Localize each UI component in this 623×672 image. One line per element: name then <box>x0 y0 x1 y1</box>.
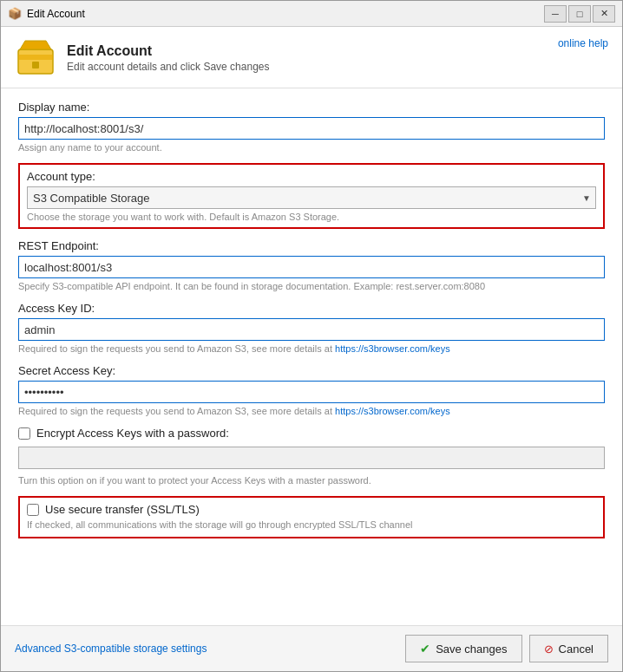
display-name-hint: Assign any name to your account. <box>18 142 605 153</box>
account-type-select[interactable]: S3 Compatible Storage Amazon S3 Storage … <box>27 186 596 209</box>
access-key-input[interactable] <box>18 318 605 341</box>
cancel-button[interactable]: ⊘ Cancel <box>529 635 608 662</box>
rest-endpoint-hint: Specify S3-compatible API endpoint. It c… <box>18 281 605 291</box>
ssl-group: Use secure transfer (SSL/TLS) If checked… <box>18 496 605 538</box>
close-button[interactable]: ✕ <box>593 5 615 23</box>
encrypt-hint: Turn this option on if you want to prote… <box>18 475 605 486</box>
footer-buttons: ✔ Save changes ⊘ Cancel <box>405 635 608 662</box>
save-changes-button[interactable]: ✔ Save changes <box>405 635 521 662</box>
rest-endpoint-input[interactable] <box>18 256 605 278</box>
encrypt-password-input[interactable] <box>18 447 605 469</box>
ssl-label: Use secure transfer (SSL/TLS) <box>45 503 200 516</box>
access-key-label: Access Key ID: <box>18 302 605 315</box>
encrypt-checkbox-group: Encrypt Access Keys with a password: <box>18 427 605 440</box>
secret-key-label: Secret Access Key: <box>18 364 605 377</box>
save-check-icon: ✔ <box>420 642 430 656</box>
window-content: Edit Account Edit account details and cl… <box>1 27 622 671</box>
account-icon <box>15 37 56 79</box>
edit-account-window: 📦 Edit Account ─ □ ✕ Edit Account Edit a… <box>0 0 623 672</box>
header: Edit Account Edit account details and cl… <box>1 27 622 88</box>
titlebar: 📦 Edit Account ─ □ ✕ <box>1 1 622 27</box>
account-type-select-wrapper: S3 Compatible Storage Amazon S3 Storage … <box>27 186 596 209</box>
form-area: Display name: Assign any name to your ac… <box>1 88 622 625</box>
rest-endpoint-label: REST Endpoint: <box>18 239 605 252</box>
cancel-label: Cancel <box>559 643 593 656</box>
encrypt-checkbox[interactable] <box>18 427 30 440</box>
ssl-checkbox[interactable] <box>27 504 39 516</box>
svg-marker-2 <box>20 41 51 49</box>
account-type-label: Account type: <box>27 170 596 183</box>
maximize-button[interactable]: □ <box>568 5 591 23</box>
header-subtitle: Edit account details and click Save chan… <box>67 61 558 73</box>
access-key-group: Access Key ID: Required to sign the requ… <box>18 302 605 354</box>
cancel-circle-icon: ⊘ <box>544 643 554 656</box>
account-type-hint: Choose the storage you want to work with… <box>27 212 596 222</box>
save-label: Save changes <box>436 643 507 656</box>
titlebar-icon: 📦 <box>8 7 22 21</box>
access-key-hint: Required to sign the requests you send t… <box>18 343 605 354</box>
access-key-hint-link[interactable]: https://s3browser.com/keys <box>335 343 450 354</box>
header-title: Edit Account <box>67 43 558 59</box>
header-info: Edit Account Edit account details and cl… <box>67 43 558 73</box>
display-name-input[interactable] <box>18 117 605 140</box>
secret-key-group: Secret Access Key: Required to sign the … <box>18 364 605 416</box>
advanced-settings-link[interactable]: Advanced S3-compatible storage settings <box>15 643 207 655</box>
secret-key-hint: Required to sign the requests you send t… <box>18 406 605 416</box>
online-help-link[interactable]: online help <box>558 37 608 49</box>
svg-rect-3 <box>32 62 39 69</box>
titlebar-title: Edit Account <box>27 8 544 20</box>
rest-endpoint-group: REST Endpoint: Specify S3-compatible API… <box>18 239 605 291</box>
minimize-button[interactable]: ─ <box>544 5 567 23</box>
display-name-group: Display name: Assign any name to your ac… <box>18 101 605 153</box>
display-name-label: Display name: <box>18 101 605 114</box>
encrypt-label: Encrypt Access Keys with a password: <box>36 427 229 440</box>
svg-rect-1 <box>18 55 53 60</box>
footer-bar: Advanced S3-compatible storage settings … <box>1 625 622 671</box>
ssl-checkbox-group: Use secure transfer (SSL/TLS) <box>27 503 596 516</box>
secret-key-hint-link[interactable]: https://s3browser.com/keys <box>335 406 450 416</box>
encrypt-group: Encrypt Access Keys with a password: Tur… <box>18 427 605 486</box>
account-type-group: Account type: S3 Compatible Storage Amaz… <box>18 163 605 229</box>
secret-key-input[interactable] <box>18 381 605 403</box>
titlebar-buttons: ─ □ ✕ <box>544 5 615 23</box>
ssl-hint: If checked, all communications with the … <box>27 519 596 530</box>
